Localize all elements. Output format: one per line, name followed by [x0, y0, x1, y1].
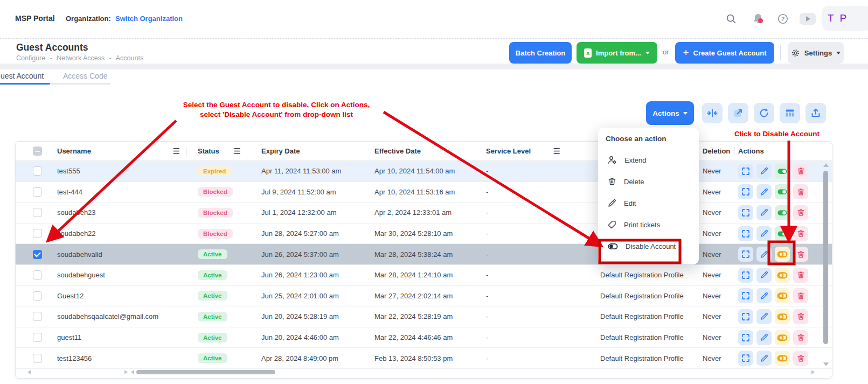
menu-item-edit[interactable]: Edit — [598, 192, 699, 214]
scroll-up-arrow[interactable] — [823, 163, 829, 167]
create-guest-account-button[interactable]: + Create Guest Account — [675, 42, 774, 64]
row-checkbox[interactable] — [33, 312, 42, 321]
row-checkbox[interactable] — [33, 166, 42, 176]
collapse-columns-icon[interactable] — [702, 103, 723, 123]
expand-row-icon[interactable] — [738, 205, 753, 220]
row-checkbox[interactable] — [33, 291, 42, 301]
delete-row-icon[interactable] — [793, 164, 808, 179]
delete-row-icon[interactable] — [793, 351, 808, 366]
filter-icon[interactable]: ☰ — [553, 146, 560, 156]
edit-row-icon[interactable] — [756, 268, 772, 283]
table-row[interactable]: soudabeh22 Blocked Jun 28, 2024 5:27:00 … — [16, 224, 832, 245]
search-icon[interactable] — [724, 12, 738, 26]
main-pane-scrollbar[interactable] — [131, 368, 815, 376]
expand-row-icon[interactable] — [738, 268, 753, 283]
edit-row-icon[interactable] — [756, 330, 772, 345]
delete-row-icon[interactable] — [793, 309, 808, 324]
table-row[interactable]: soudabehguest Active Jun 26, 2024 1:23:0… — [16, 265, 832, 286]
expand-row-icon[interactable] — [738, 288, 753, 303]
notifications-bell-icon[interactable] — [751, 12, 765, 26]
vertical-scrollbar[interactable] — [823, 163, 829, 366]
columns-icon[interactable] — [780, 103, 800, 123]
edit-row-icon[interactable] — [756, 164, 772, 179]
delete-row-icon[interactable] — [793, 226, 808, 241]
help-icon[interactable]: ? — [776, 12, 790, 26]
expand-row-icon[interactable] — [738, 247, 753, 262]
expand-row-icon[interactable] — [738, 351, 753, 366]
row-checkbox[interactable] — [33, 229, 42, 238]
column-header-effective-date[interactable]: Effective Date — [362, 147, 472, 155]
menu-item-delete[interactable]: Delete — [598, 171, 699, 192]
filter-icon[interactable]: ☰ — [234, 146, 241, 156]
column-header-service-level[interactable]: Service Level — [486, 147, 531, 155]
row-checkbox[interactable] — [33, 250, 42, 259]
breadcrumb-item[interactable]: Accounts — [116, 54, 143, 62]
edit-row-icon[interactable] — [756, 309, 772, 324]
row-checkbox[interactable] — [33, 354, 42, 363]
edit-row-icon[interactable] — [756, 184, 772, 199]
breadcrumb-item[interactable]: Configure — [16, 54, 45, 62]
expand-row-icon[interactable] — [738, 164, 753, 179]
table-row[interactable]: test555 Expired Apr 11, 2024 11:53:00 am… — [16, 161, 832, 182]
expand-row-icon[interactable] — [738, 184, 753, 199]
toggle-icon-button[interactable] — [775, 226, 790, 241]
row-checkbox[interactable] — [33, 270, 42, 280]
toggle-icon-button[interactable] — [775, 247, 790, 262]
column-header-deletion[interactable]: Deletion — [698, 147, 734, 155]
breadcrumb-item[interactable]: Network Access — [57, 54, 105, 62]
delete-row-icon[interactable] — [793, 268, 808, 283]
edit-row-icon[interactable] — [756, 247, 772, 262]
horizontal-scroll-thumb[interactable] — [136, 370, 275, 374]
column-header-username[interactable]: Username — [57, 147, 91, 155]
frozen-pane-scrollbar[interactable] — [27, 368, 128, 376]
table-row[interactable]: Guest12 Active Jun 25, 2024 2:01:00 am M… — [16, 286, 832, 307]
toggle-icon-button[interactable] — [775, 309, 790, 324]
expand-row-icon[interactable] — [738, 226, 753, 241]
table-row[interactable]: test-444 Blocked Jul 9, 2024 11:52:00 am… — [16, 182, 832, 203]
delete-row-icon[interactable] — [793, 205, 808, 220]
toggle-icon-button[interactable] — [775, 268, 790, 283]
delete-row-icon[interactable] — [793, 330, 808, 345]
filter-icon[interactable]: ☰ — [173, 146, 180, 156]
menu-item-extend[interactable]: Extend — [598, 149, 699, 171]
delete-row-icon[interactable] — [793, 247, 808, 262]
tab-guest-account[interactable]: Guest Account — [0, 72, 44, 80]
toggle-icon-button[interactable] — [775, 205, 790, 220]
edit-row-icon[interactable] — [756, 351, 772, 366]
toggle-icon-button[interactable] — [775, 288, 790, 303]
vertical-scroll-thumb[interactable] — [823, 171, 828, 344]
column-header-status[interactable]: Status — [198, 147, 219, 155]
table-row[interactable]: guest11 Active Jun 20, 2024 4:46:00 am M… — [16, 327, 832, 348]
select-all-checkbox[interactable] — [33, 146, 42, 156]
open-expand-icon[interactable] — [728, 103, 748, 123]
expand-row-icon[interactable] — [738, 330, 753, 345]
scroll-down-arrow[interactable] — [823, 362, 829, 366]
edit-row-icon[interactable] — [756, 226, 772, 241]
avatar[interactable]: T P — [822, 6, 868, 31]
toggle-icon-button[interactable] — [775, 184, 790, 199]
row-checkbox[interactable] — [33, 187, 42, 197]
switch-organization-link[interactable]: Switch Organization — [115, 15, 183, 23]
table-row[interactable]: soudabehsqaalcatel@gmail.com Active Jun … — [16, 306, 832, 327]
settings-button[interactable]: Settings — [788, 42, 844, 64]
table-row[interactable]: soudabeh23 Blocked Jul 1, 2024 12:32:00 … — [16, 203, 832, 224]
menu-item-print-tickets[interactable]: Print tickets — [598, 214, 699, 235]
table-row[interactable]: test123456 Active Apr 28, 2024 8:49:00 p… — [16, 348, 832, 369]
toggle-icon-button[interactable] — [775, 164, 790, 179]
delete-row-icon[interactable] — [793, 184, 808, 199]
row-checkbox[interactable] — [33, 333, 42, 342]
batch-creation-button[interactable]: Batch Creation — [509, 42, 572, 64]
toggle-icon-button[interactable] — [775, 351, 790, 366]
refresh-icon[interactable] — [754, 103, 774, 123]
edit-row-icon[interactable] — [756, 205, 772, 220]
import-from-button[interactable]: Import from... — [577, 42, 657, 64]
table-row[interactable]: soudabehvalid Active Jun 26, 2024 5:37:0… — [16, 244, 832, 265]
column-header-expiry-date[interactable]: Expiry Date — [248, 147, 362, 155]
tab-access-code[interactable]: Access Code — [63, 72, 107, 80]
delete-row-icon[interactable] — [793, 288, 808, 303]
export-icon[interactable] — [805, 103, 826, 123]
expand-row-icon[interactable] — [738, 309, 753, 324]
actions-button[interactable]: Actions — [646, 101, 694, 125]
menu-item-disable-account[interactable]: Disable Account — [598, 235, 699, 257]
row-checkbox[interactable] — [33, 208, 42, 217]
